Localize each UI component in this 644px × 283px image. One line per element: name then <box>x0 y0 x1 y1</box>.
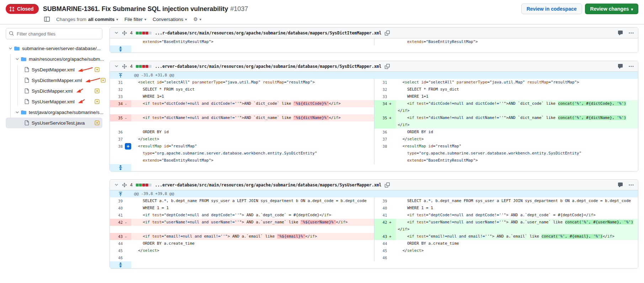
hunk-header: @@ -31,8 +31,8 @@ <box>131 72 174 79</box>
line-number-gutter[interactable]: 44 <box>374 240 396 247</box>
code-line: 43+ <if test="email!=null and email!=''"… <box>374 233 638 240</box>
tree-file[interactable]: SysUserServiceTest.java <box>6 118 102 128</box>
comment-icon[interactable] <box>618 182 623 187</box>
filter-changed-files-input[interactable] <box>6 28 102 39</box>
code-text: <if test="dictName!=null and dictName!='… <box>396 114 638 129</box>
line-number-gutter[interactable]: 39 <box>110 197 131 205</box>
line-number-gutter[interactable]: 43+ <box>374 233 396 240</box>
code-line: 36 ORDER BY id <box>110 129 374 136</box>
kebab-menu-icon[interactable] <box>629 32 634 34</box>
tree-item-label: SysDictMapper.xml <box>32 88 73 94</box>
line-number-gutter[interactable]: 37 <box>110 136 131 143</box>
diff-row: 34- <if test="dictCode!=null and dictCod… <box>110 100 638 114</box>
line-number-gutter[interactable]: 40 <box>374 205 396 212</box>
expand-diff-button[interactable] <box>110 261 131 268</box>
collapse-file-chevron-icon[interactable] <box>114 31 119 35</box>
code-text: <if test="email!=null and email!=''"> AN… <box>396 233 638 240</box>
kebab-menu-icon[interactable] <box>629 184 634 186</box>
tree-file[interactable]: SysDeptMapper.xml <box>6 64 102 75</box>
code-line: 38+ <resultMap id="resultMap" type="org.… <box>110 143 374 164</box>
line-number-gutter[interactable]: 33 <box>110 93 131 100</box>
pr-title-text: SUBMARINE-1361. Fix Submarine SQL inject… <box>43 5 228 12</box>
line-number-gutter[interactable]: 46 <box>110 254 131 261</box>
diff-row: 4646 <box>110 254 638 261</box>
code-line: 36 ORDER BY id <box>374 129 638 136</box>
code-line: 44 ORDER BY a.create_time <box>374 240 638 247</box>
changes-from-value: all commits <box>88 17 115 22</box>
collapse-file-chevron-icon[interactable] <box>114 183 119 187</box>
line-number-gutter[interactable]: 36 <box>110 129 131 136</box>
line-number-gutter[interactable]: 42- <box>110 219 131 226</box>
copy-path-icon[interactable] <box>385 31 390 36</box>
code-line: 45 </select> <box>374 247 638 254</box>
line-number-gutter[interactable]: 37 <box>374 136 396 143</box>
diff-row: 40 WHERE 1 = 140 WHERE 1 = 1 <box>110 205 638 212</box>
tree-folder[interactable]: main/resources/org/apache/subm... <box>6 54 102 64</box>
line-number-gutter[interactable] <box>374 38 396 45</box>
kebab-menu-icon[interactable] <box>629 66 634 67</box>
line-number-gutter[interactable]: 45 <box>110 247 131 254</box>
review-changes-button[interactable]: Review changes▾ <box>585 4 638 14</box>
line-number-gutter[interactable]: 38 <box>374 143 396 164</box>
modified-status-icon <box>95 67 100 72</box>
copy-path-icon[interactable] <box>385 64 390 69</box>
line-number-gutter[interactable]: 45 <box>374 247 396 254</box>
expand-diff-button[interactable] <box>110 45 131 53</box>
review-in-codespace-button[interactable]: Review in codespace <box>521 4 582 14</box>
modified-status-icon <box>101 78 106 83</box>
line-number-gutter[interactable]: 38+ <box>110 143 131 164</box>
line-number-gutter[interactable]: 43- <box>110 233 131 240</box>
expand-hunk-button[interactable] <box>110 190 131 197</box>
code-line: 33 WHERE 1=1 <box>110 93 374 100</box>
tree-folder[interactable]: test/java/org/apache/submarine/s... <box>6 107 102 118</box>
copy-path-icon[interactable] <box>385 183 390 187</box>
line-number-gutter[interactable]: 39 <box>374 197 396 205</box>
line-number-gutter[interactable]: 31 <box>110 79 131 86</box>
tree-item-label: test/java/org/apache/submarine/s... <box>29 110 103 115</box>
drag-handle-icon[interactable] <box>122 64 127 69</box>
diff-list: 4...r-database/src/main/resources/org/ap… <box>107 25 644 283</box>
line-number-gutter[interactable]: 34+ <box>374 100 396 114</box>
line-number-gutter[interactable]: 35- <box>110 114 131 121</box>
file-path: ...r-database/src/main/resources/org/apa… <box>155 31 382 36</box>
comment-icon[interactable] <box>618 64 623 69</box>
line-number-gutter[interactable]: 35+ <box>374 114 396 129</box>
line-number-gutter[interactable]: 41 <box>110 212 131 219</box>
tree-file[interactable]: SysDictItemMapper.xml <box>6 75 102 86</box>
line-number-gutter[interactable]: 40 <box>110 205 131 212</box>
line-number-gutter[interactable] <box>110 38 131 45</box>
line-number-gutter[interactable]: 42+ <box>374 219 396 233</box>
code-text: WHERE 1 = 1 <box>396 205 638 212</box>
tree-file[interactable]: SysUserMapper.xml <box>6 96 102 107</box>
line-number-gutter[interactable]: 34- <box>110 100 131 107</box>
header-actions: Review in codespace Review changes▾ <box>521 4 638 14</box>
annotation-arrow <box>75 88 84 93</box>
comment-icon[interactable] <box>618 30 623 36</box>
chevron-down-icon <box>15 110 20 115</box>
expand-hunk-button[interactable] <box>110 72 131 79</box>
line-number-gutter[interactable]: 41 <box>374 212 396 219</box>
code-text: ORDER BY id <box>396 129 638 136</box>
line-number-gutter[interactable]: 32 <box>110 86 131 93</box>
line-number-gutter[interactable]: 32 <box>374 86 396 93</box>
line-number-gutter[interactable]: 46 <box>374 254 396 261</box>
drag-handle-icon[interactable] <box>122 183 127 187</box>
conversations-menu[interactable]: Conversations ▾ <box>153 17 187 22</box>
line-number-gutter[interactable]: 33 <box>374 93 396 100</box>
code-text: </select> <box>396 247 638 254</box>
add-line-comment-button[interactable]: + <box>125 143 131 149</box>
collapse-file-chevron-icon[interactable] <box>114 64 119 69</box>
file-tree: submarine-server/server-database/...main… <box>6 43 102 128</box>
tree-folder[interactable]: submarine-server/server-database/... <box>6 43 102 54</box>
changes-from-menu[interactable]: Changes from all commits ▾ <box>56 17 118 22</box>
drag-handle-icon[interactable] <box>122 31 127 36</box>
toggle-file-tree-button[interactable] <box>44 16 50 22</box>
tree-file[interactable]: SysDictMapper.xml <box>6 86 102 96</box>
line-number-gutter[interactable]: 31 <box>374 79 396 86</box>
line-number-gutter[interactable]: 36 <box>374 129 396 136</box>
line-number-gutter[interactable]: 44 <box>110 240 131 247</box>
diff-settings-menu[interactable]: ⚙ ▾ <box>193 16 201 22</box>
code-text: ORDER BY a.create_time <box>396 240 638 247</box>
file-filter-menu[interactable]: File filter ▾ <box>124 17 146 22</box>
expand-diff-button[interactable] <box>110 164 131 171</box>
